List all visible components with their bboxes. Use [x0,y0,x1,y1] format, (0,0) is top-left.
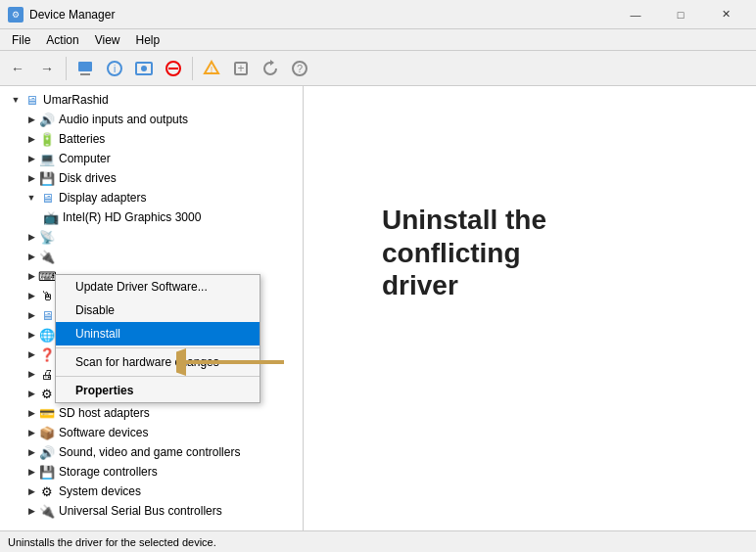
h1-icon: 📡 [39,229,55,245]
storage-label: Storage controllers [59,465,158,479]
menu-view[interactable]: View [87,31,128,49]
instruction-text: Uninstall the conflicting driver [382,204,546,302]
toolbar-scan[interactable] [130,55,158,82]
status-bar: Uninstalls the driver for the selected d… [0,530,756,552]
instruction-line2: conflicting [382,238,521,268]
context-disable[interactable]: Disable [56,299,260,322]
other-icon: ❓ [39,346,55,362]
tree-batteries[interactable]: ▶ 🔋 Batteries [0,129,303,149]
usb-icon: 🔌 [39,503,55,519]
window-title: Device Manager [29,8,613,22]
sound-icon: 🔊 [39,444,55,460]
toolbar-forward[interactable]: → [33,55,61,82]
storage-arrow: ▶ [24,464,39,480]
context-update-driver[interactable]: Update Driver Software... [56,275,260,299]
sys-icon: ⚙ [39,483,55,499]
tree-root[interactable]: ▼ 🖥 UmarRashid [0,90,303,110]
gpu-label: Intel(R) HD Graphics 3000 [63,210,201,224]
toolbar-help[interactable]: ? [286,55,313,82]
context-uninstall[interactable]: Uninstall [56,322,260,345]
sys-label: System devices [59,484,141,498]
toolbar-update-driver[interactable]: i [101,55,128,82]
h2-icon: 🔌 [39,249,55,264]
sys-arrow: ▶ [24,483,39,499]
context-menu: Update Driver Software... Disable Uninst… [55,274,260,403]
computer-icon: 💻 [39,151,55,166]
sound-arrow: ▶ [24,444,39,460]
maximize-button[interactable]: □ [658,0,703,29]
disk-arrow: ▶ [24,170,39,186]
tree-computer[interactable]: ▶ 💻 Computer [0,149,303,168]
batteries-icon: 🔋 [39,131,55,147]
svg-text:i: i [114,64,116,74]
print-arrow: ▶ [24,366,39,382]
context-scan[interactable]: Scan for hardware changes [56,350,260,374]
minimize-button[interactable]: — [613,0,658,29]
tree-audio[interactable]: ▶ 🔊 Audio inputs and outputs [0,110,303,129]
svg-marker-12 [270,60,274,66]
display-arrow: ▼ [24,190,39,206]
tree-sound[interactable]: ▶ 🔊 Sound, video and game controllers [0,442,303,462]
gpu-icon: 📺 [43,209,59,225]
tree-hidden1[interactable]: ▶ 📡 [0,227,303,247]
svg-text:!: ! [211,65,213,74]
batteries-label: Batteries [59,132,105,146]
network-arrow: ▶ [24,327,39,343]
tree-usb[interactable]: ▶ 🔌 Universal Serial Bus controllers [0,501,303,521]
tree-hidden2[interactable]: ▶ 🔌 [0,247,303,266]
h5-arrow: ▶ [24,307,39,323]
toolbar-back[interactable]: ← [4,55,31,82]
sw-arrow: ▶ [24,425,39,440]
toolbar-properties[interactable] [71,55,99,82]
toolbar-uninstall[interactable]: ! [198,55,225,82]
sd-arrow: ▶ [24,405,39,421]
print-icon: 🖨 [39,366,55,382]
sd-label: SD host adapters [59,406,150,420]
menu-file[interactable]: File [4,31,38,49]
context-sep2 [56,376,260,377]
tree-intel-gpu[interactable]: 📺 Intel(R) HD Graphics 3000 [0,207,303,227]
svg-rect-0 [78,62,92,71]
display-icon: 🖥 [39,190,55,206]
h2-arrow: ▶ [24,249,39,264]
toolbar-sep1 [66,57,67,80]
menu-help[interactable]: Help [128,31,168,49]
disk-icon: 💾 [39,170,55,186]
sound-label: Sound, video and game controllers [59,445,240,459]
svg-point-5 [141,66,147,71]
toolbar-add-driver[interactable]: + [227,55,255,82]
computer-label: Computer [59,152,111,165]
tree-display[interactable]: ▼ 🖥 Display adapters [0,188,303,207]
context-properties[interactable]: Properties [56,379,260,402]
audio-icon: 🔊 [39,112,55,127]
audio-arrow: ▶ [24,112,39,127]
sd-icon: 💳 [39,405,55,421]
svg-text:+: + [237,62,244,75]
toolbar-sep2 [192,57,193,80]
app-icon: ⚙ [8,7,24,23]
h4-icon: 🖱 [39,288,55,303]
computer-arrow: ▶ [24,151,39,166]
close-button[interactable]: ✕ [703,0,748,29]
tree-sd[interactable]: ▶ 💳 SD host adapters [0,403,303,423]
right-panel: Uninstall the conflicting driver [304,86,756,530]
proc-arrow: ▶ [24,386,39,401]
menu-action[interactable]: Action [38,31,86,49]
h3-icon: ⌨ [39,268,55,284]
proc-icon: ⚙ [39,386,55,401]
h1-arrow: ▶ [24,229,39,245]
tree-system[interactable]: ▶ ⚙ System devices [0,482,303,501]
disk-label: Disk drives [59,171,117,185]
tree-disk[interactable]: ▶ 💾 Disk drives [0,168,303,188]
sw-icon: 📦 [39,425,55,440]
tree-software[interactable]: ▶ 📦 Software devices [0,423,303,442]
instruction-line1: Uninstall the [382,205,546,235]
h4-arrow: ▶ [24,288,39,303]
toolbar-disable[interactable] [160,55,187,82]
usb-arrow: ▶ [24,503,39,519]
tree-storage[interactable]: ▶ 💾 Storage controllers [0,462,303,482]
main-area: ▼ 🖥 UmarRashid ▶ 🔊 Audio inputs and outp… [0,86,756,530]
root-label: UmarRashid [43,93,109,107]
toolbar-rollback[interactable] [257,55,284,82]
status-text: Uninstalls the driver for the selected d… [8,536,216,548]
